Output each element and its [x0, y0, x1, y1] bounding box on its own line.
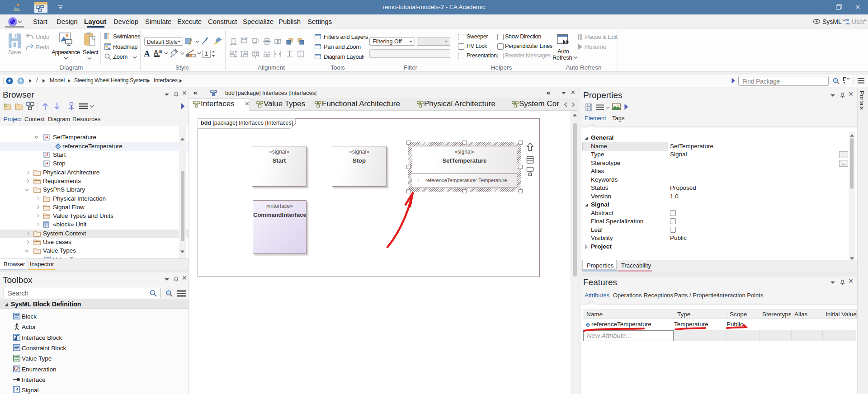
svg-text:E: E	[15, 366, 18, 371]
svg-text:A: A	[154, 49, 158, 56]
